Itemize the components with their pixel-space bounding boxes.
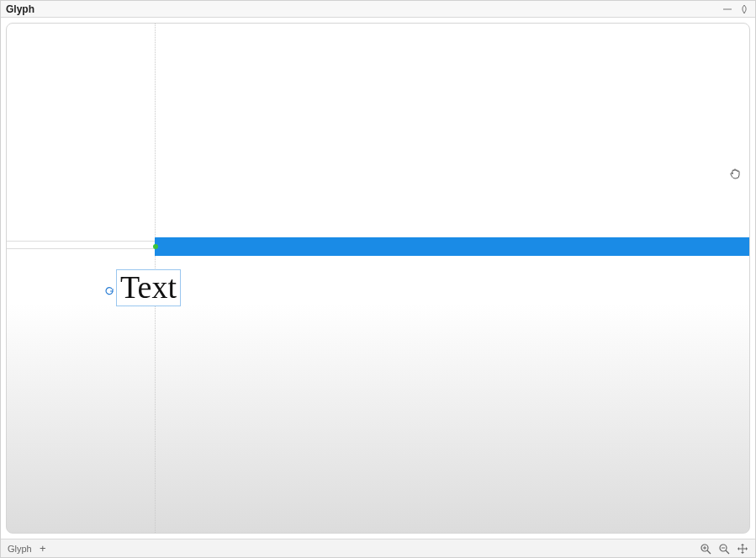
pin-icon[interactable] <box>738 3 750 15</box>
text-element[interactable]: Text <box>116 269 181 306</box>
svg-line-6 <box>726 550 729 554</box>
horizontal-guide <box>7 248 155 249</box>
glyph-panel: Glyph Text Glyph + <box>0 0 756 558</box>
add-tab-icon[interactable]: + <box>37 543 49 555</box>
footer-tabs: Glyph + <box>8 543 49 555</box>
svg-line-2 <box>707 550 711 554</box>
rotate-handle-icon[interactable] <box>104 286 114 296</box>
panel-title: Glyph <box>6 3 722 15</box>
selected-shape-bar[interactable] <box>155 237 749 256</box>
footer-tools <box>700 543 748 555</box>
zoom-out-icon[interactable] <box>718 543 730 555</box>
hand-cursor-icon <box>729 167 744 182</box>
tab-glyph[interactable]: Glyph <box>8 544 32 554</box>
minimize-icon[interactable] <box>722 3 733 15</box>
horizontal-guide <box>7 241 155 242</box>
panel-header-controls <box>722 3 750 15</box>
zoom-in-icon[interactable] <box>700 543 711 555</box>
glyph-canvas[interactable]: Text <box>6 23 750 534</box>
panel-header: Glyph <box>1 1 755 18</box>
panel-footer: Glyph + <box>1 539 755 557</box>
anchor-handle[interactable] <box>153 244 158 249</box>
move-icon[interactable] <box>737 543 748 555</box>
